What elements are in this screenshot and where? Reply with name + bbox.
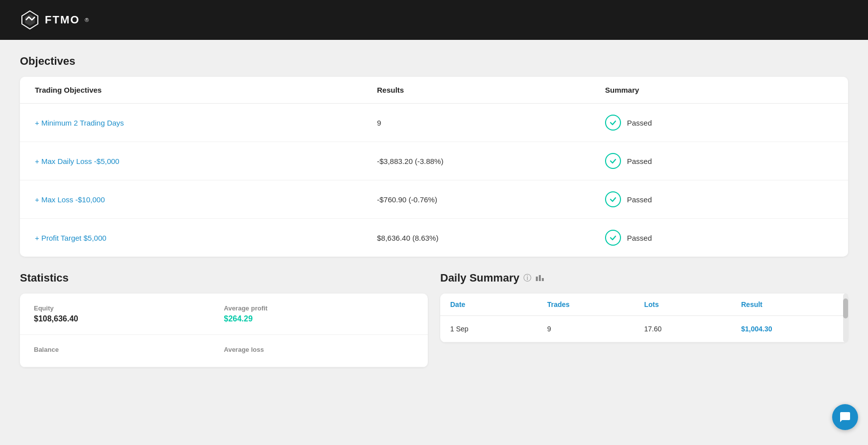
objective-result-3: $8,636.40 (8.63%) — [377, 234, 605, 242]
daily-trades-0: 9 — [547, 325, 644, 333]
check-icon-1 — [605, 153, 621, 169]
daily-summary-section: Daily Summary ⓘ Date Trades Lots Result … — [440, 272, 848, 342]
bottom-wrapper: Statistics Equity $108,636.40 Average pr… — [20, 272, 848, 367]
daily-result-0: $1,004.30 — [741, 325, 838, 333]
daily-col-trades: Trades — [547, 300, 644, 308]
main-content: Objectives Trading Objectives Results Su… — [0, 40, 868, 382]
info-icon[interactable]: ⓘ — [523, 273, 531, 284]
daily-table-row-0: 1 Sep 9 17.60 $1,004.30 — [440, 316, 848, 342]
ftmo-logo-icon — [20, 10, 40, 30]
objectives-table-header: Trading Objectives Results Summary — [20, 77, 848, 104]
objective-row-0: + Minimum 2 Trading Days 9 Passed — [20, 104, 848, 142]
daily-scroll-thumb[interactable] — [843, 298, 848, 318]
objective-summary-3: Passed — [605, 230, 833, 246]
daily-summary-outer: Date Trades Lots Result 1 Sep 9 17.60 $1… — [440, 294, 848, 342]
stat-equity-value: $108,636.40 — [34, 314, 224, 323]
stat-avg-profit-label: Average profit — [224, 304, 414, 312]
daily-date-0: 1 Sep — [450, 325, 547, 333]
svg-rect-4 — [542, 278, 544, 281]
col-header-results: Results — [377, 86, 605, 94]
objectives-card: Trading Objectives Results Summary + Min… — [20, 77, 848, 257]
objective-label-2[interactable]: + Max Loss -$10,000 — [35, 195, 377, 204]
daily-summary-card: Date Trades Lots Result 1 Sep 9 17.60 $1… — [440, 294, 848, 342]
passed-text-1: Passed — [627, 157, 652, 165]
objective-row-3: + Profit Target $5,000 $8,636.40 (8.63%)… — [20, 219, 848, 257]
daily-summary-header-row: Daily Summary ⓘ — [440, 272, 848, 294]
objective-label-0[interactable]: + Minimum 2 Trading Days — [35, 119, 377, 127]
objective-row-1: + Max Daily Loss -$5,000 -$3,883.20 (-3.… — [20, 142, 848, 180]
objective-label-3[interactable]: + Profit Target $5,000 — [35, 234, 377, 242]
statistics-section: Statistics Equity $108,636.40 Average pr… — [20, 272, 428, 367]
col-header-summary: Summary — [605, 86, 833, 94]
header: FTMO ® — [0, 0, 868, 40]
stat-avg-profit-value: $264.29 — [224, 314, 414, 323]
daily-scrollbar[interactable] — [843, 294, 848, 342]
stat-avg-loss: Average loss — [224, 346, 414, 356]
objective-summary-2: Passed — [605, 191, 833, 207]
objective-result-1: -$3,883.20 (-3.88%) — [377, 157, 605, 165]
stat-row-1: Balance Average loss — [20, 335, 428, 367]
stat-avg-loss-label: Average loss — [224, 346, 414, 353]
logo-reg: ® — [85, 17, 89, 23]
stat-balance: Balance — [34, 346, 224, 356]
logo-area: FTMO ® — [20, 10, 89, 30]
svg-rect-2 — [536, 277, 538, 281]
passed-text-3: Passed — [627, 234, 652, 242]
daily-col-result: Result — [741, 300, 838, 308]
logo-text: FTMO — [45, 13, 80, 26]
stat-equity-label: Equity — [34, 304, 224, 312]
statistics-card: Equity $108,636.40 Average profit $264.2… — [20, 294, 428, 367]
daily-col-lots: Lots — [644, 300, 742, 308]
stat-avg-profit: Average profit $264.29 — [224, 304, 414, 323]
stat-balance-label: Balance — [34, 346, 224, 353]
objective-row-2: + Max Loss -$10,000 -$760.90 (-0.76%) Pa… — [20, 180, 848, 219]
objective-result-2: -$760.90 (-0.76%) — [377, 195, 605, 204]
objective-summary-1: Passed — [605, 153, 833, 169]
col-header-objectives: Trading Objectives — [35, 86, 377, 94]
chart-icon[interactable] — [535, 273, 544, 284]
daily-summary-title: Daily Summary — [440, 272, 519, 285]
daily-lots-0: 17.60 — [644, 325, 742, 333]
check-icon-0 — [605, 115, 621, 131]
chat-bubble[interactable] — [832, 404, 858, 430]
objective-label-1[interactable]: + Max Daily Loss -$5,000 — [35, 157, 377, 165]
daily-table-header: Date Trades Lots Result — [440, 294, 848, 316]
statistics-title: Statistics — [20, 272, 428, 285]
objective-result-0: 9 — [377, 119, 605, 127]
objective-summary-0: Passed — [605, 115, 833, 131]
stat-equity: Equity $108,636.40 — [34, 304, 224, 323]
check-icon-3 — [605, 230, 621, 246]
daily-col-date: Date — [450, 300, 547, 308]
passed-text-2: Passed — [627, 195, 652, 204]
stat-row-0: Equity $108,636.40 Average profit $264.2… — [20, 294, 428, 335]
passed-text-0: Passed — [627, 119, 652, 127]
objectives-title: Objectives — [20, 55, 848, 68]
svg-rect-3 — [539, 275, 541, 281]
check-icon-2 — [605, 191, 621, 207]
